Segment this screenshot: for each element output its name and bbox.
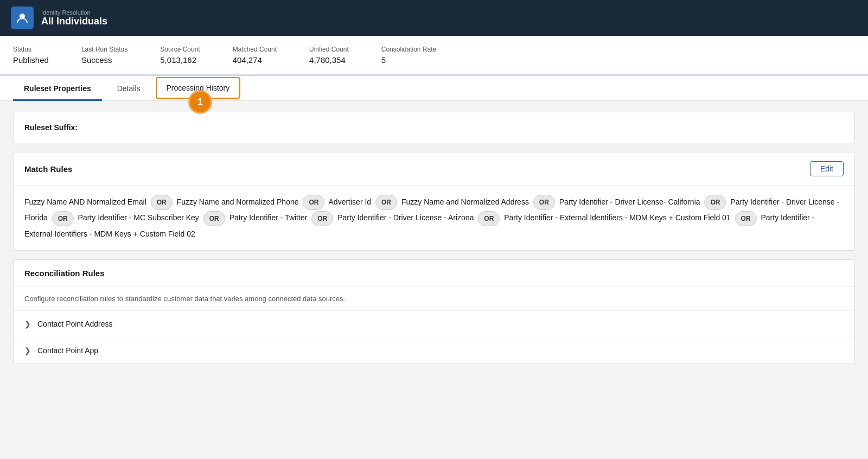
app-title-block: Identity Resolution All Individuals — [41, 9, 107, 27]
consolidation-value: 5 — [381, 55, 436, 65]
match-rule-text-7: Party Identifier - MC Subscriber Key — [78, 213, 199, 222]
match-rules-title: Match Rules — [24, 164, 72, 174]
status-label: Status — [13, 46, 49, 53]
recon-item-contact-point-app[interactable]: ❯ Contact Point App — [14, 337, 854, 364]
match-rule-text-8: Patry Identifier - Twitter — [229, 213, 308, 222]
match-rule-text-1: Fuzzy Name AND Normalized Email — [24, 197, 146, 206]
app-subtitle: Identity Resolution — [41, 9, 107, 16]
match-rule-text-10: Party Identifier - External Identifiers … — [504, 213, 730, 222]
match-rules-header: Match Rules Edit — [14, 152, 854, 186]
reconciliation-rules-card: Reconciliation Rules Configure reconcili… — [13, 259, 855, 364]
or-badge-2: OR — [303, 195, 324, 210]
match-rules-card: Match Rules Edit Fuzzy Name AND Normaliz… — [13, 152, 855, 251]
edit-button[interactable]: Edit — [810, 161, 844, 176]
match-rule-text-9: Party Identifier - Driver License - Ariz… — [337, 213, 474, 222]
unified-count-value: 4,780,354 — [309, 55, 349, 65]
or-badge-1: OR — [151, 195, 173, 210]
or-badge-7: OR — [203, 211, 225, 226]
or-badge-10: OR — [735, 211, 757, 226]
annotation-bubble-number: 1 — [190, 92, 210, 112]
recon-item-label-1: Contact Point Address — [37, 320, 113, 328]
reconciliation-rules-title: Reconciliation Rules — [24, 269, 105, 278]
source-count-label: Source Count — [160, 46, 200, 53]
or-badge-9: OR — [478, 211, 500, 226]
match-rule-text-4: Fuzzy Name and Normalized Address — [401, 197, 529, 206]
stat-unified-count: Unified Count 4,780,354 — [309, 46, 349, 65]
app-logo — [11, 7, 34, 29]
app-header: Identity Resolution All Individuals — [0, 0, 868, 36]
main-content: Ruleset Suffix: Match Rules Edit Fuzzy N… — [0, 101, 868, 384]
last-run-value: Success — [81, 55, 127, 65]
stat-matched-count: Matched Count 404,274 — [233, 46, 277, 65]
unified-count-label: Unified Count — [309, 46, 349, 53]
source-count-value: 5,013,162 — [160, 55, 200, 65]
tabs-container: Ruleset Properties Details Processing Hi… — [0, 76, 868, 101]
match-rule-text-3: Advertiser Id — [329, 197, 372, 206]
ruleset-suffix-content: Ruleset Suffix: — [14, 112, 854, 143]
reconciliation-desc-text: Configure reconciliation rules to standa… — [24, 295, 844, 303]
match-rules-header-row: Match Rules Edit — [24, 161, 844, 176]
recon-item-contact-point-address[interactable]: ❯ Contact Point Address — [14, 310, 854, 337]
tab-details[interactable]: Details — [106, 76, 151, 101]
tab-ruleset-properties[interactable]: Ruleset Properties — [13, 76, 102, 101]
consolidation-label: Consolidation Rate — [381, 46, 436, 53]
match-rule-text-2: Fuzzy Name and Normalized Phone — [177, 197, 299, 206]
stats-bar: Status Published Last Run Status Success… — [0, 36, 868, 76]
chevron-right-icon-1: ❯ — [24, 320, 31, 328]
app-title: All Individuals — [41, 16, 107, 27]
match-rule-text-5: Party Identifier - Driver License- Calif… — [559, 197, 700, 206]
status-value: Published — [13, 55, 49, 65]
recon-item-label-2: Contact Point App — [37, 346, 98, 355]
match-rules-body: Fuzzy Name AND Normalized Email OR Fuzzy… — [14, 186, 854, 250]
matched-count-value: 404,274 — [233, 55, 277, 65]
or-badge-5: OR — [704, 195, 726, 210]
or-badge-3: OR — [375, 195, 397, 210]
reconciliation-rules-header: Reconciliation Rules — [14, 260, 854, 287]
last-run-label: Last Run Status — [81, 46, 127, 53]
or-badge-4: OR — [533, 195, 555, 210]
ruleset-suffix-card: Ruleset Suffix: — [13, 112, 855, 143]
stat-status: Status Published — [13, 46, 49, 65]
matched-count-label: Matched Count — [233, 46, 277, 53]
or-badge-6: OR — [52, 211, 74, 226]
ruleset-suffix-label: Ruleset Suffix: — [24, 123, 78, 132]
stat-last-run: Last Run Status Success — [81, 46, 127, 65]
chevron-right-icon-2: ❯ — [24, 346, 31, 355]
or-badge-8: OR — [311, 211, 333, 226]
stat-source-count: Source Count 5,013,162 — [160, 46, 200, 65]
stat-consolidation-rate: Consolidation Rate 5 — [381, 46, 436, 65]
processing-history-annotation: Processing History 1 — [156, 76, 245, 100]
reconciliation-rules-description: Configure reconciliation rules to standa… — [14, 287, 854, 310]
